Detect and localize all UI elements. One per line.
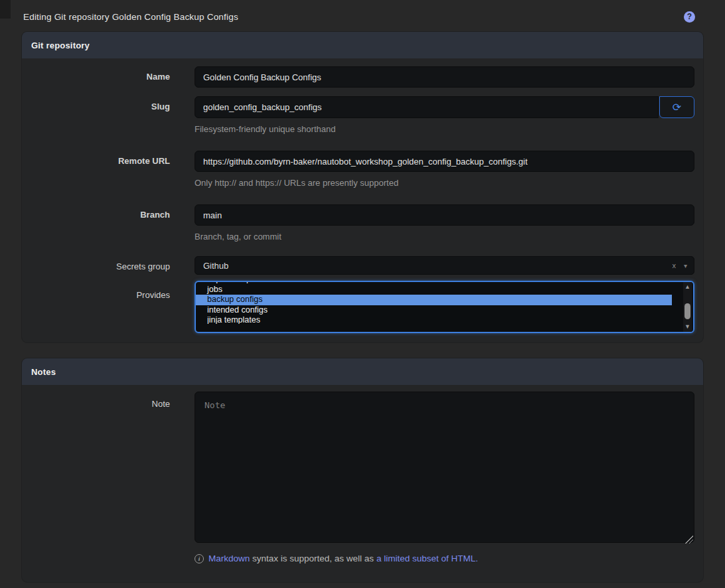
- page-title: Editing Git repository Golden Config Bac…: [23, 12, 238, 22]
- provides-option[interactable]: jobs: [196, 285, 672, 295]
- provides-option-label: backup configs: [207, 295, 262, 304]
- html-subset-link[interactable]: a limited subset of HTML.: [376, 553, 478, 563]
- markdown-help-middle: syntax is supported, as well as: [250, 553, 376, 563]
- slug-input[interactable]: [195, 96, 659, 118]
- remote-url-help-text: Only http:// and https:// URLs are prese…: [195, 178, 694, 188]
- name-input[interactable]: [195, 66, 694, 88]
- listbox-scrollbar[interactable]: ▲ ▼: [683, 282, 692, 332]
- name-label: Name: [22, 66, 195, 82]
- provides-option[interactable]: backup configs: [196, 295, 672, 305]
- note-label: Note: [22, 392, 195, 409]
- git-repository-panel-body: Name Slug ⟳ Filesystem-friendly unique s…: [22, 58, 703, 342]
- branch-label: Branch: [22, 204, 195, 220]
- branch-row: Branch Branch, tag, or commit: [22, 204, 694, 242]
- provides-option[interactable]: intended configs: [196, 305, 672, 316]
- remote-url-row: Remote URL Only http:// and https:// URL…: [22, 151, 694, 188]
- branch-input[interactable]: [195, 204, 694, 226]
- screen-edge-artifact: [0, 0, 11, 19]
- resize-handle[interactable]: [685, 536, 693, 544]
- clear-selection-icon[interactable]: x: [672, 261, 676, 269]
- provides-listbox[interactable]: export templates jobs backup configs int…: [195, 281, 694, 333]
- slug-row: Slug ⟳ Filesystem-friendly unique shorth…: [22, 96, 694, 134]
- remote-url-input[interactable]: [195, 151, 694, 172]
- slug-label: Slug: [22, 96, 195, 111]
- chevron-down-icon[interactable]: ▾: [684, 262, 687, 269]
- secrets-group-selected-value: Github: [203, 261, 228, 271]
- notes-panel-body: Note i Markdown syntax is supported, as …: [22, 385, 703, 582]
- scroll-up-icon[interactable]: ▲: [683, 283, 692, 291]
- provides-option-label: export templates: [207, 281, 268, 283]
- name-row: Name: [22, 66, 694, 88]
- secrets-group-row: Secrets group Github x ▾: [22, 256, 694, 275]
- secrets-group-select[interactable]: Github x ▾: [195, 256, 694, 275]
- info-icon: i: [195, 554, 204, 563]
- provides-option-label: jobs: [207, 285, 222, 294]
- remote-url-label: Remote URL: [22, 151, 195, 166]
- edit-git-repository-page: Editing Git repository Golden Config Bac…: [0, 0, 725, 582]
- note-textarea[interactable]: [195, 392, 694, 543]
- provides-row: Provides export templates jobs backup co…: [22, 281, 694, 333]
- scroll-down-icon[interactable]: ▼: [683, 323, 692, 331]
- regenerate-slug-button[interactable]: ⟳: [659, 96, 694, 118]
- slug-help-text: Filesystem-friendly unique shorthand: [195, 124, 694, 134]
- branch-help-text: Branch, tag, or commit: [195, 232, 694, 242]
- secrets-group-label: Secrets group: [22, 256, 195, 271]
- notes-panel: Notes Note i Markdown syntax is supporte…: [22, 358, 703, 582]
- git-repository-panel: Git repository Name Slug ⟳ Filesy: [22, 32, 703, 342]
- git-repository-panel-title: Git repository: [22, 32, 703, 58]
- provides-option-label: jinja templates: [207, 315, 260, 324]
- help-icon[interactable]: ?: [684, 11, 695, 23]
- provides-option[interactable]: jinja templates: [196, 315, 672, 324]
- markdown-link[interactable]: Markdown: [208, 553, 250, 563]
- markdown-help-text: i Markdown syntax is supported, as well …: [195, 553, 694, 563]
- scrollbar-thumb[interactable]: [685, 303, 690, 319]
- provides-option-list: export templates jobs backup configs int…: [196, 281, 693, 324]
- page-header: Editing Git repository Golden Config Bac…: [22, 0, 703, 32]
- provides-label: Provides: [22, 281, 195, 300]
- refresh-icon: ⟳: [673, 101, 681, 113]
- notes-panel-title: Notes: [22, 358, 703, 385]
- provides-option-label: intended configs: [207, 305, 268, 315]
- note-row: Note i Markdown syntax is supported, as …: [22, 392, 694, 563]
